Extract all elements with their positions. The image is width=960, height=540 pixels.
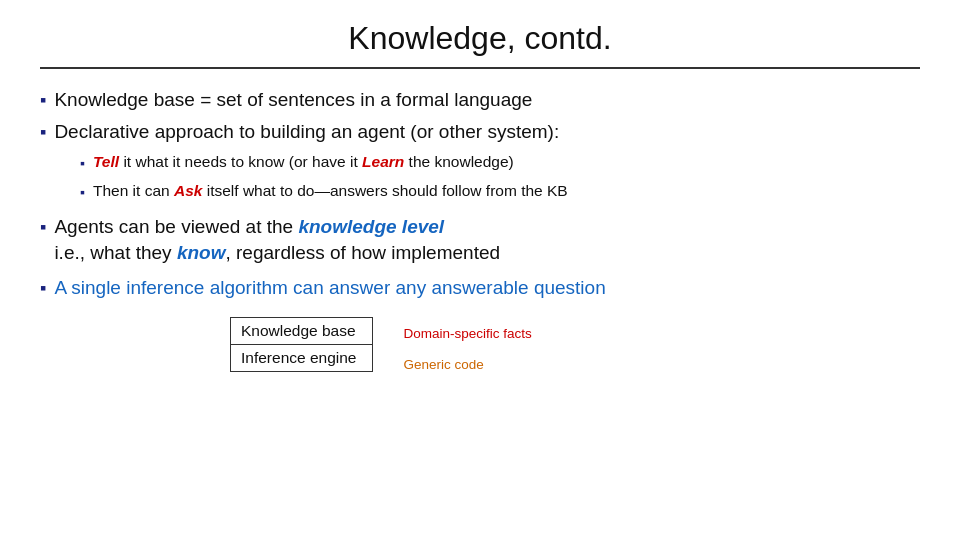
bullet-marker-2: ▪ xyxy=(40,120,46,144)
kb-table: Knowledge base Inference engine xyxy=(230,317,373,372)
bullet-marker-4: ▪ xyxy=(40,276,46,300)
bullet-3-content: Agents can be viewed at the knowledge le… xyxy=(54,214,500,265)
sub-bullet-1: ▪ Tell it what it needs to know (or have… xyxy=(80,152,920,173)
sub-bullet-1-text: Tell it what it needs to know (or have i… xyxy=(93,152,514,173)
sub-bullet-marker-1: ▪ xyxy=(80,154,85,173)
slide-title: Knowledge, contd. xyxy=(40,20,920,57)
content-area: ▪ Knowledge base = set of sentences in a… xyxy=(40,87,920,520)
sub-bullet-marker-2: ▪ xyxy=(80,183,85,202)
domain-label: Domain-specific facts xyxy=(403,319,531,350)
ie-label-cell: Inference engine xyxy=(231,345,373,372)
bullet-4: ▪ A single inference algorithm can answe… xyxy=(40,275,920,301)
bullet-3: ▪ Agents can be viewed at the knowledge … xyxy=(40,214,920,265)
bullet-1: ▪ Knowledge base = set of sentences in a… xyxy=(40,87,920,113)
learn-word: Learn xyxy=(362,153,404,170)
table-row-kb: Knowledge base xyxy=(231,318,373,345)
diagram-labels: Domain-specific facts Generic code xyxy=(403,319,531,381)
knowledge-level-phrase: knowledge level xyxy=(298,216,444,237)
know-word: know xyxy=(177,242,226,263)
bullet-marker-1: ▪ xyxy=(40,88,46,112)
diagram-area: Knowledge base Inference engine Domain-s… xyxy=(230,317,920,381)
bullet-marker-3: ▪ xyxy=(40,215,46,239)
table-row-ie: Inference engine xyxy=(231,345,373,372)
bullet-1-text: Knowledge base = set of sentences in a f… xyxy=(54,87,532,113)
ask-word: Ask xyxy=(174,182,202,199)
bullet-4-text: A single inference algorithm can answer … xyxy=(54,275,605,301)
kb-label-cell: Knowledge base xyxy=(231,318,373,345)
title-area: Knowledge, contd. xyxy=(40,20,920,69)
sub-bullet-2: ▪ Then it can Ask itself what to do—answ… xyxy=(80,181,920,202)
tell-word: Tell xyxy=(93,153,119,170)
generic-label: Generic code xyxy=(403,350,531,381)
bullet-2-text: Declarative approach to building an agen… xyxy=(54,119,559,145)
bullet-3-line2: i.e., what they know, regardless of how … xyxy=(54,240,500,266)
slide: Knowledge, contd. ▪ Knowledge base = set… xyxy=(0,0,960,540)
sub-bullet-2-text: Then it can Ask itself what to do—answer… xyxy=(93,181,568,202)
bullet-2: ▪ Declarative approach to building an ag… xyxy=(40,119,920,145)
bullet-3-line1: Agents can be viewed at the knowledge le… xyxy=(54,214,500,240)
